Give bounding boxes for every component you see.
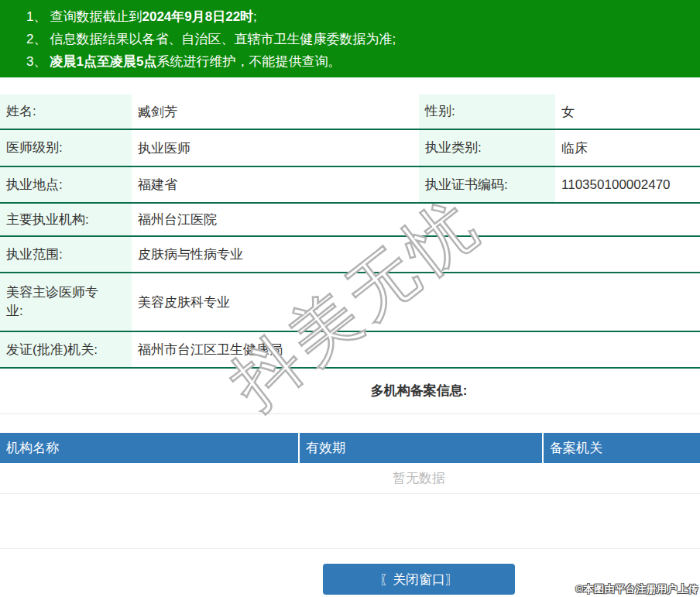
notice-number: 3、 [26,50,46,73]
section-title-multi-institution: 多机构备案信息: [0,369,700,413]
field-value-practice-category: 临床 [555,130,700,166]
field-label-gender: 性别: [419,94,555,129]
field-value-main-institution: 福州台江医院 [132,204,700,235]
notice-text: 凌晨1点至凌晨5点系统进行维护，不能提供查询。 [50,50,341,73]
practitioner-info-table: 姓名: 臧剑芳 性别: 女 医师级别: 执业医师 执业类别: 临床 执业地点: … [0,94,700,369]
footer-spacer [0,494,700,549]
field-label-practice-location: 执业地点: [0,167,132,202]
filing-table-header: 机构名称 有效期 备案机关 [0,433,700,463]
table-row: 执业地点: 福建省 执业证书编码: 110350100002470 [0,167,700,204]
section-divider [0,413,700,414]
table-row: 医师级别: 执业医师 执业类别: 临床 [0,130,700,167]
upload-credit-watermark: ©本图由平台注册用户上传 [575,582,698,596]
table-row: 主要执业机构: 福州台江医院 [0,204,700,237]
column-header-validity-period: 有效期 [298,433,542,463]
close-window-button[interactable]: 〖关闭窗口〗 [323,564,515,595]
field-value-practice-scope: 皮肤病与性病专业 [132,237,700,272]
field-value-gender: 女 [555,94,700,129]
field-value-issuing-authority: 福州市台江区卫生健康局 [132,332,700,367]
field-value-certificate-number: 110350100002470 [555,167,700,202]
field-value-practice-location: 福建省 [132,167,419,202]
column-header-institution-name: 机构名称 [0,433,298,463]
notice-number: 2、 [26,28,46,50]
empty-state-text: 暂无数据 [0,463,700,494]
field-label-certificate-number: 执业证书编码: [419,167,555,202]
field-value-doctor-level: 执业医师 [132,130,419,166]
table-row: 执业范围: 皮肤病与性病专业 [0,237,700,273]
notice-item: 3、 凌晨1点至凌晨5点系统进行维护，不能提供查询。 [0,50,700,73]
field-label-name: 姓名: [0,94,132,129]
field-label-main-institution: 主要执业机构: [0,204,132,235]
field-label-issuing-authority: 发证(批准)机关: [0,332,132,367]
notice-item: 1、 查询数据截止到2024年9月8日22时; [0,5,700,28]
notice-number: 1、 [26,5,46,28]
field-label-practice-category: 执业类别: [419,130,555,166]
field-value-cosmetic-specialty: 美容皮肤科专业 [132,273,700,331]
notice-text: 查询数据截止到2024年9月8日22时; [50,5,256,28]
table-row: 发证(批准)机关: 福州市台江区卫生健康局 [0,332,700,369]
notice-item: 2、 信息数据结果以各省、自治区、直辖市卫生健康委数据为准; [0,28,700,50]
column-header-filing-authority: 备案机关 [542,433,700,463]
table-row: 姓名: 臧剑芳 性别: 女 [0,94,700,130]
field-label-practice-scope: 执业范围: [0,237,132,272]
table-row: 美容主诊医师专业: 美容皮肤科专业 [0,273,700,332]
field-label-cosmetic-specialty: 美容主诊医师专业: [0,273,132,331]
notice-banner: 1、 查询数据截止到2024年9月8日22时; 2、 信息数据结果以各省、自治区… [0,0,700,77]
field-label-doctor-level: 医师级别: [0,130,132,166]
notice-text: 信息数据结果以各省、自治区、直辖市卫生健康委数据为准; [50,28,396,50]
field-value-name: 臧剑芳 [132,94,419,129]
